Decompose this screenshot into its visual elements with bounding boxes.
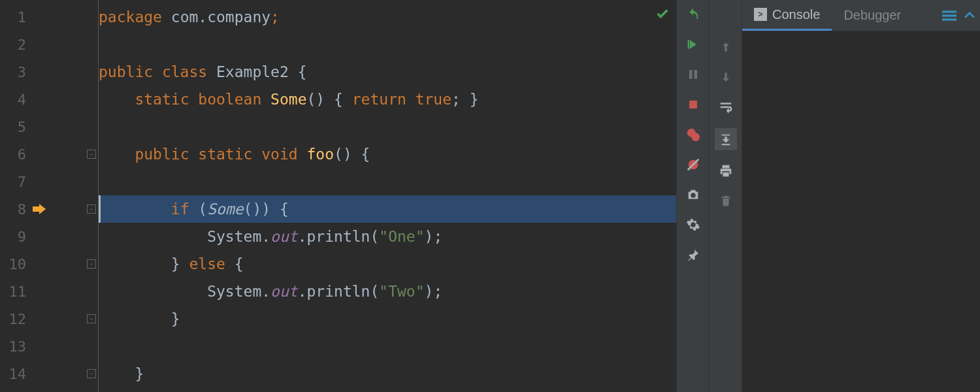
gutter-row[interactable]: 6 [0,140,98,168]
line-number: 2 [0,37,26,53]
gutter-row[interactable]: 8 [0,195,98,223]
execution-point-icon [33,204,46,214]
fold-toggle-icon[interactable] [87,259,96,269]
svg-point-5 [691,133,700,141]
editor-gutter: 1234567891011121314 [0,0,98,392]
svg-rect-1 [689,70,693,79]
gutter-row[interactable]: 5 [0,113,98,140]
soft-wrap-icon[interactable] [717,98,735,116]
line-number: 8 [0,201,26,218]
panel-tabs: > Console Debugger [742,0,980,31]
debug-toolbar [676,0,709,392]
code-line[interactable]: System.out.println("One"); [99,223,676,250]
code-line[interactable]: static boolean Some() { return true; } [99,86,676,113]
console-output[interactable] [742,31,980,392]
mute-breakpoints-icon[interactable] [684,155,702,174]
gutter-row[interactable]: 7 [0,168,98,195]
trash-icon[interactable] [717,192,735,210]
down-arrow-icon[interactable] [717,68,735,86]
analysis-ok-icon[interactable] [655,7,670,21]
line-number: 1 [0,9,26,25]
expand-up-icon[interactable] [963,9,980,22]
line-number: 7 [0,174,26,190]
console-tab-icon: > [754,8,767,21]
gutter-row[interactable]: 2 [0,31,98,58]
gutter-row[interactable]: 10 [0,250,98,278]
camera-icon[interactable] [684,186,702,204]
code-line[interactable]: if (Some()) { [99,195,676,223]
line-number: 12 [0,311,26,327]
tab-console-label: Console [772,7,820,22]
fold-toggle-icon[interactable] [87,369,96,378]
code-line[interactable]: } else { [99,250,676,278]
svg-rect-3 [689,101,697,108]
line-number: 13 [0,338,26,355]
editor-area: 1234567891011121314 package com.company;… [0,0,676,392]
settings-icon[interactable] [684,216,702,234]
code-line[interactable]: package com.company; [99,3,676,31]
line-number: 4 [0,91,26,108]
view-breakpoints-icon[interactable] [684,125,702,144]
right-panel: > Console Debugger [742,0,980,392]
code-line[interactable] [99,168,676,195]
tab-console[interactable]: > Console [742,0,832,31]
code-line[interactable]: public class Example2 { [99,58,676,86]
line-number: 9 [0,229,26,245]
gutter-row[interactable]: 1 [0,3,98,31]
gutter-row[interactable]: 13 [0,333,98,360]
console-toolbar [709,0,742,392]
line-number: 14 [0,366,26,382]
svg-rect-2 [694,70,697,79]
line-number: 3 [0,64,26,80]
pin-icon[interactable] [684,246,702,264]
code-area[interactable]: package com.company;public class Example… [99,0,676,392]
gutter-row[interactable]: 11 [0,278,98,305]
code-line[interactable]: } [99,305,676,333]
up-arrow-icon[interactable] [717,38,735,56]
scroll-to-end-icon[interactable] [715,128,737,150]
code-line[interactable] [99,113,676,140]
hamburger-icon[interactable] [936,10,963,22]
svg-point-8 [691,193,695,197]
gutter-row[interactable]: 12 [0,305,98,333]
gutter-row[interactable]: 14 [0,360,98,387]
line-number: 11 [0,284,26,300]
line-number: 6 [0,146,26,163]
rerun-icon[interactable] [684,5,702,24]
fold-toggle-icon[interactable] [87,314,96,323]
line-number: 10 [0,256,26,272]
gutter-row[interactable]: 9 [0,223,98,250]
pause-icon[interactable] [684,65,702,84]
tab-debugger-label: Debugger [843,8,901,23]
line-number: 5 [0,119,26,135]
gutter-row[interactable]: 3 [0,58,98,86]
resume-icon[interactable] [684,35,702,54]
fold-toggle-icon[interactable] [87,150,96,159]
code-line[interactable]: public static void foo() { [99,140,676,168]
code-line[interactable] [99,333,676,360]
gutter-row[interactable]: 4 [0,86,98,113]
stop-icon[interactable] [684,95,702,114]
print-icon[interactable] [717,162,735,180]
code-line[interactable] [99,31,676,58]
tab-debugger[interactable]: Debugger [832,0,913,31]
code-line[interactable]: System.out.println("Two"); [99,278,676,305]
svg-rect-0 [687,40,689,48]
fold-toggle-icon[interactable] [87,204,96,214]
code-line[interactable]: } [99,360,676,387]
